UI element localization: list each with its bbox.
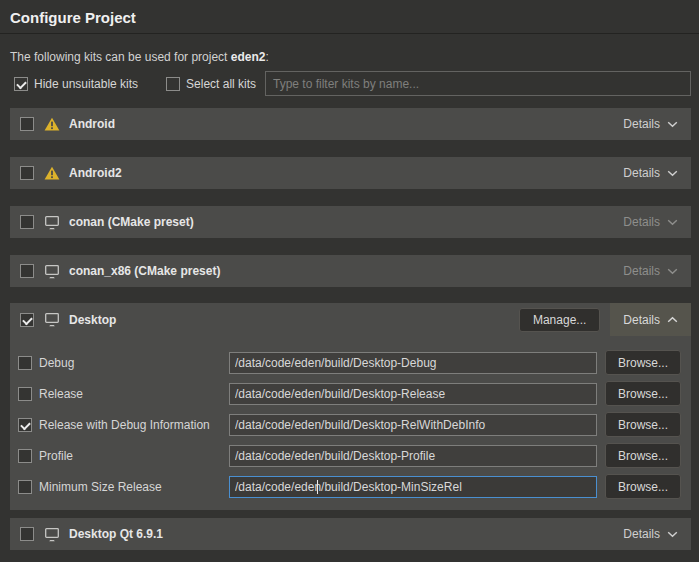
details-button[interactable]: Details <box>610 518 691 550</box>
select-all-checkbox[interactable] <box>166 77 180 91</box>
config-checkbox[interactable] <box>18 449 32 463</box>
kit-row-android2: Android2 Details <box>10 157 691 189</box>
config-checkbox[interactable] <box>18 418 32 432</box>
kit-filter-controls: Hide unsuitable kits Select all kits <box>14 72 256 96</box>
warning-icon <box>44 117 60 131</box>
kit-header: Desktop Manage... Details <box>10 303 691 336</box>
project-name: eden2 <box>231 50 266 64</box>
config-label: Profile <box>39 449 229 463</box>
kit-name: Android2 <box>69 166 122 180</box>
page-title: Configure Project <box>10 9 136 26</box>
details-button[interactable]: Details <box>610 303 691 336</box>
intro-text: The following kits can be used for proje… <box>10 50 269 64</box>
build-path-field <box>229 352 597 374</box>
kit-name: Desktop Qt 6.9.1 <box>69 527 163 541</box>
details-button: Details <box>610 206 691 238</box>
build-config-list: Debug Browse... Release Browse... Releas… <box>10 336 691 502</box>
kit-checkbox[interactable] <box>20 117 34 131</box>
kit-name: conan (CMake preset) <box>69 215 194 229</box>
kit-checkbox[interactable] <box>20 215 34 229</box>
build-path-field <box>229 383 597 405</box>
browse-button[interactable]: Browse... <box>605 350 681 375</box>
kit-checkbox[interactable] <box>20 264 34 278</box>
kit-name: conan_x86 (CMake preset) <box>69 264 220 278</box>
kit-header: Desktop Qt 6.9.1 Details <box>10 518 691 550</box>
desktop-icon <box>44 215 60 230</box>
browse-button[interactable]: Browse... <box>605 381 681 406</box>
kit-name: Android <box>69 117 115 131</box>
kit-header: Android Details <box>10 108 691 140</box>
warning-icon <box>44 166 60 180</box>
kit-header: conan_x86 (CMake preset) Details <box>10 255 691 287</box>
build-path-input[interactable] <box>229 383 597 405</box>
kit-checkbox[interactable] <box>20 527 34 541</box>
desktop-icon <box>44 527 60 542</box>
chevron-up-icon <box>667 316 678 323</box>
details-button[interactable]: Details <box>610 157 691 189</box>
browse-button[interactable]: Browse... <box>605 443 681 468</box>
build-config-row-minsizerel: Minimum Size Release Browse... <box>18 471 681 502</box>
desktop-icon <box>44 264 60 279</box>
details-button: Details <box>610 255 691 287</box>
config-checkbox[interactable] <box>18 387 32 401</box>
config-label: Minimum Size Release <box>39 480 229 494</box>
browse-button[interactable]: Browse... <box>605 412 681 437</box>
build-path-input[interactable] <box>229 414 597 436</box>
select-all-label[interactable]: Select all kits <box>186 77 256 91</box>
build-config-row-debug: Debug Browse... <box>18 347 681 378</box>
build-path-input[interactable] <box>229 476 597 498</box>
title-separator <box>0 33 699 34</box>
chevron-down-icon <box>667 268 678 275</box>
kit-checkbox[interactable] <box>20 166 34 180</box>
config-label: Release with Debug Information <box>39 418 229 432</box>
build-path-input[interactable] <box>229 445 597 467</box>
build-config-row-relwithdebinfo: Release with Debug Information Browse... <box>18 409 681 440</box>
kit-row-conan-x86: conan_x86 (CMake preset) Details <box>10 255 691 287</box>
kit-row-conan: conan (CMake preset) Details <box>10 206 691 238</box>
kit-checkbox[interactable] <box>20 313 34 327</box>
config-checkbox[interactable] <box>18 356 32 370</box>
chevron-down-icon <box>667 121 678 128</box>
config-label: Release <box>39 387 229 401</box>
build-path-field-focused <box>229 476 597 498</box>
kit-card-desktop: Desktop Manage... Details Debug Browse..… <box>10 303 691 510</box>
text-caret <box>317 480 318 494</box>
hide-unsuitable-label[interactable]: Hide unsuitable kits <box>34 77 138 91</box>
chevron-down-icon <box>667 219 678 226</box>
build-path-field <box>229 445 597 467</box>
build-path-field <box>229 414 597 436</box>
build-config-row-profile: Profile Browse... <box>18 440 681 471</box>
hide-unsuitable-checkbox[interactable] <box>14 77 28 91</box>
config-checkbox[interactable] <box>18 480 32 494</box>
browse-button[interactable]: Browse... <box>605 474 681 499</box>
kit-name: Desktop <box>69 313 116 327</box>
build-path-input[interactable] <box>229 352 597 374</box>
chevron-down-icon <box>667 531 678 538</box>
build-config-row-release: Release Browse... <box>18 378 681 409</box>
kit-filter-input[interactable] <box>265 71 691 96</box>
kit-row-desktop-qt: Desktop Qt 6.9.1 Details <box>10 518 691 550</box>
config-label: Debug <box>39 356 229 370</box>
kit-header: conan (CMake preset) Details <box>10 206 691 238</box>
kit-row-android: Android Details <box>10 108 691 140</box>
manage-button[interactable]: Manage... <box>519 308 600 332</box>
details-button[interactable]: Details <box>610 108 691 140</box>
configure-project-dialog: Configure Project The following kits can… <box>0 0 699 562</box>
kit-header: Android2 Details <box>10 157 691 189</box>
desktop-icon <box>44 312 60 327</box>
chevron-down-icon <box>667 170 678 177</box>
